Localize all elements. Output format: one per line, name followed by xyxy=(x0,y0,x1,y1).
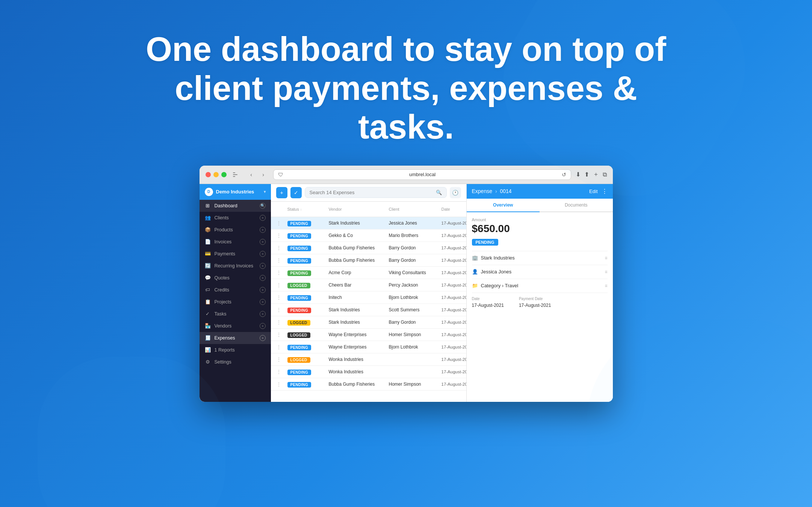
tasks-icon: ✓ xyxy=(205,311,211,317)
tasks-add-icon[interactable]: ＋ xyxy=(260,311,266,317)
category-field: 📁 Category › Travel ≡ xyxy=(472,279,608,293)
table-row[interactable]: ⋮ PENDING Wayne Enterprises Bjorn Lothbr… xyxy=(271,341,466,353)
invoices-add-icon[interactable]: ＋ xyxy=(260,239,266,245)
status-badge: PENDING xyxy=(287,370,311,375)
table-row[interactable]: ⋮ PENDING Initech Bjorn Lothbrok 17-Augu… xyxy=(271,291,466,304)
row-menu-icon[interactable]: ⋮ xyxy=(276,381,287,387)
tab-overview[interactable]: Overview xyxy=(467,199,540,211)
header-client[interactable]: Client xyxy=(389,205,442,214)
sidebar-nav: ⊞ Dashboard 🔍 👥 Clients ＋ 📦 Products ＋ 📄… xyxy=(200,200,271,402)
sidebar-item-invoices[interactable]: 📄 Invoices ＋ xyxy=(200,236,271,248)
row-menu-icon[interactable]: ⋮ xyxy=(276,220,287,226)
row-menu-icon[interactable]: ⋮ xyxy=(276,245,287,251)
row-menu-icon[interactable]: ⋮ xyxy=(276,369,287,375)
search-input[interactable] xyxy=(310,190,433,195)
vendor-cell: Bubba Gump Fisheries xyxy=(329,382,389,387)
category-filter-icon[interactable]: ≡ xyxy=(605,283,607,288)
row-menu-icon[interactable]: ⋮ xyxy=(276,344,287,350)
table-row[interactable]: ⋮ PENDING Bubba Gump Fisheries Barry Gor… xyxy=(271,242,466,254)
clients-add-icon[interactable]: ＋ xyxy=(260,215,266,221)
table-row[interactable]: ⋮ LOGGED Wayne Enterprises Homer Simpson… xyxy=(271,329,466,341)
table-row[interactable]: ⋮ PENDING Stark Industries Scott Summers… xyxy=(271,304,466,316)
sidebar-label-clients: Clients xyxy=(215,215,256,220)
row-menu-icon[interactable]: ⋮ xyxy=(276,319,287,325)
browser-chrome: ‹ › 🛡 umbrel.local ↺ ⬇ ⬆ ＋ ⧉ xyxy=(200,166,613,184)
table-row[interactable]: ⋮ PENDING Stark Industries Jessica Jones… xyxy=(271,217,466,229)
quotes-add-icon[interactable]: ＋ xyxy=(260,275,266,281)
row-menu-icon[interactable]: ⋮ xyxy=(276,332,287,338)
sidebar-item-vendors[interactable]: 🏪 Vendors ＋ xyxy=(200,320,271,332)
sidebar-item-quotes[interactable]: 💬 Quotes ＋ xyxy=(200,272,271,284)
payments-add-icon[interactable]: ＋ xyxy=(260,251,266,257)
dashboard-search-icon[interactable]: 🔍 xyxy=(260,203,266,209)
history-button[interactable]: 🕐 xyxy=(450,187,461,198)
company-logo: D xyxy=(205,188,213,196)
date-value: 17-August-2021 xyxy=(472,303,504,308)
reload-button[interactable]: ↺ xyxy=(562,172,566,178)
row-menu-icon[interactable]: ⋮ xyxy=(276,257,287,263)
sidebar-item-tasks[interactable]: ✓ Tasks ＋ xyxy=(200,308,271,320)
sidebar-label-expenses: Expenses xyxy=(215,335,256,341)
products-add-icon[interactable]: ＋ xyxy=(260,227,266,233)
client-filter-icon[interactable]: ≡ xyxy=(605,269,607,275)
credits-icon: 🏷 xyxy=(205,287,211,293)
vendor-cell: Wonka Industries xyxy=(329,369,389,374)
add-expense-button[interactable]: + xyxy=(276,187,287,198)
dashboard-icon: ⊞ xyxy=(205,203,211,209)
sidebar-item-reports[interactable]: 📊 1 Reports xyxy=(200,344,271,356)
sidebar-item-products[interactable]: 📦 Products ＋ xyxy=(200,224,271,236)
projects-add-icon[interactable]: ＋ xyxy=(260,299,266,305)
sidebar-item-dashboard[interactable]: ⊞ Dashboard 🔍 xyxy=(200,200,271,212)
header-vendor[interactable]: Vendor xyxy=(329,205,389,214)
client-cell: Barry Gordon xyxy=(389,320,442,325)
credits-add-icon[interactable]: ＋ xyxy=(260,287,266,293)
table-row[interactable]: ⋮ PENDING Acme Corp Viking Consultants 1… xyxy=(271,267,466,279)
close-button[interactable] xyxy=(206,172,211,177)
sidebar-item-clients[interactable]: 👥 Clients ＋ xyxy=(200,212,271,224)
address-bar[interactable]: 🛡 umbrel.local ↺ xyxy=(273,169,571,180)
header-date[interactable]: Date xyxy=(442,205,466,214)
table-row[interactable]: ⋮ PENDING Gekko & Co Mario Brothers 17-A… xyxy=(271,229,466,242)
row-menu-icon[interactable]: ⋮ xyxy=(276,270,287,276)
sidebar-toggle-button[interactable] xyxy=(231,169,242,180)
payments-icon: 💳 xyxy=(205,251,211,257)
table-row[interactable]: ⋮ PENDING Bubba Gump Fisheries Barry Gor… xyxy=(271,254,466,267)
sidebar-item-settings[interactable]: ⚙ Settings xyxy=(200,356,271,368)
table-row[interactable]: ⋮ PENDING Bubba Gump Fisheries Homer Sim… xyxy=(271,378,466,391)
row-menu-icon[interactable]: ⋮ xyxy=(276,294,287,300)
vendor-field-icon: 🏢 xyxy=(472,255,478,261)
sidebar-item-credits[interactable]: 🏷 Credits ＋ xyxy=(200,284,271,296)
settings-icon: ⚙ xyxy=(205,359,211,365)
table-row[interactable]: ⋮ LOGGED Stark Industries Barry Gordon 1… xyxy=(271,316,466,329)
vendor-filter-icon[interactable]: ≡ xyxy=(605,255,607,261)
nav-buttons: ‹ › xyxy=(246,169,269,180)
expenses-icon: 🧾 xyxy=(205,335,211,341)
row-menu-icon[interactable]: ⋮ xyxy=(276,307,287,313)
back-button[interactable]: ‹ xyxy=(246,169,257,180)
search-icon: 🔍 xyxy=(436,190,442,195)
minimize-button[interactable] xyxy=(213,172,219,177)
vendors-add-icon[interactable]: ＋ xyxy=(260,323,266,329)
forward-button[interactable]: › xyxy=(258,169,269,180)
table-row[interactable]: ⋮ PENDING Wonka Industries 17-August-202… xyxy=(271,366,466,378)
header-status[interactable]: Status ↓ xyxy=(287,205,329,214)
recurring-add-icon[interactable]: ＋ xyxy=(260,263,266,269)
row-menu-icon[interactable]: ⋮ xyxy=(276,356,287,362)
table-row[interactable]: ⋮ LOGGED Wonka Industries 17-August-2021… xyxy=(271,353,466,366)
row-menu-icon[interactable]: ⋮ xyxy=(276,282,287,288)
table-row[interactable]: ⋮ LOGGED Cheers Bar Percy Jackson 17-Aug… xyxy=(271,279,466,291)
company-selector[interactable]: D Demo Industries ▾ xyxy=(200,184,271,200)
sidebar-item-expenses[interactable]: 🧾 Expenses ＋ xyxy=(200,332,271,344)
tab-documents[interactable]: Documents xyxy=(540,199,613,211)
sidebar-item-projects[interactable]: 📋 Projects ＋ xyxy=(200,296,271,308)
maximize-button[interactable] xyxy=(221,172,227,177)
check-button[interactable]: ✓ xyxy=(290,187,302,198)
expenses-add-icon[interactable]: ＋ xyxy=(260,335,266,341)
date-label: Date xyxy=(472,297,504,301)
sidebar-label-settings: Settings xyxy=(215,359,266,365)
edit-button[interactable]: Edit xyxy=(589,189,597,194)
row-menu-icon[interactable]: ⋮ xyxy=(276,232,287,238)
sidebar-item-recurring-invoices[interactable]: 🔄 Recurring Invoices ＋ xyxy=(200,260,271,272)
products-icon: 📦 xyxy=(205,227,211,233)
sidebar-item-payments[interactable]: 💳 Payments ＋ xyxy=(200,248,271,260)
